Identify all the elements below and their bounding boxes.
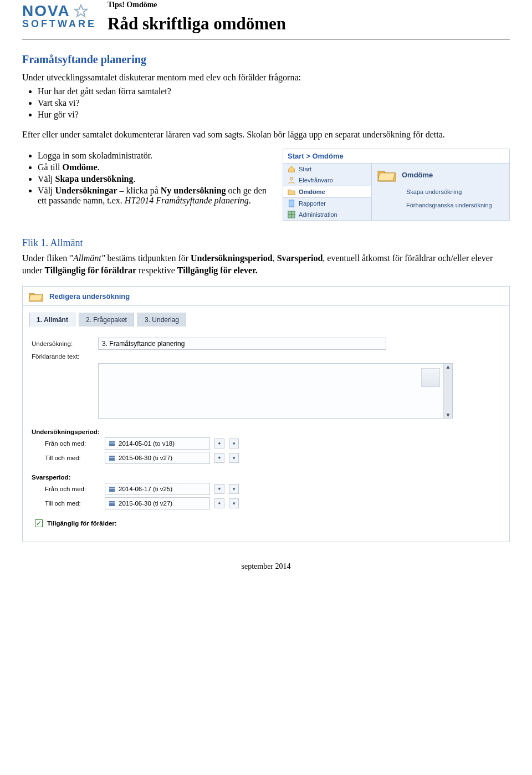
date-up-to[interactable]: 2015-06-30 (ti v27) <box>105 452 210 464</box>
label-till: Till och med: <box>45 500 100 507</box>
svg-rect-6 <box>109 441 115 446</box>
page-footer: september 2014 <box>22 562 510 571</box>
document-icon <box>288 200 295 207</box>
label-forklarande-text: Förklarande text: <box>32 353 93 360</box>
nav-administration[interactable]: Administration <box>283 209 371 220</box>
list-item: Logga in som skoladministratör. <box>38 151 268 161</box>
form-panel-screenshot: Redigera undersökning 1. Allmänt 2. Fråg… <box>22 286 510 542</box>
date-up-from[interactable]: 2014-05-01 (to v18) <box>105 437 210 450</box>
divider <box>22 39 510 40</box>
list-item: Hur gör vi? <box>38 110 510 120</box>
svg-marker-0 <box>75 5 87 17</box>
nav-panel-screenshot: Start > Omdöme Start Elevfrånvaro Omdöme <box>283 149 510 221</box>
label-till: Till och med: <box>45 455 100 461</box>
checkbox-tillganglig-foralder[interactable]: ✓ <box>35 519 43 527</box>
input-undersokning[interactable] <box>98 338 386 350</box>
steps-list: Logga in som skoladministratör. Gå till … <box>38 151 268 206</box>
toolbar-widget-icon[interactable] <box>421 368 440 387</box>
nav-elevfranvaro[interactable]: Elevfrånvaro <box>283 175 371 186</box>
flik1-heading: Flik 1. Allmänt <box>22 237 510 249</box>
side-nav: Start Elevfrånvaro Omdöme Rapporter <box>283 164 372 220</box>
calendar-icon <box>109 455 115 461</box>
nav-omdome[interactable]: Omdöme <box>283 186 371 198</box>
date-sp-from[interactable]: 2014-06-17 (ti v25) <box>105 483 210 495</box>
list-item: Gå till Omdöme. <box>38 162 268 172</box>
person-icon <box>288 176 295 184</box>
date-sp-to[interactable]: 2015-06-30 (ti v27) <box>105 497 210 509</box>
panel-title: Redigera undersökning <box>49 292 130 300</box>
label-undersokning: Undersökning: <box>32 340 93 347</box>
dropdown-button[interactable]: ▾ <box>229 439 239 448</box>
logo-nova-text: NOVA <box>22 3 70 19</box>
question-list: Hur har det gått sedan förra samtalet? V… <box>38 86 510 120</box>
nudge-button[interactable]: ✦ <box>214 484 224 494</box>
dropdown-button[interactable]: ▾ <box>229 453 239 463</box>
page-header: NOVA SOFTWARE Tips! Omdöme Råd skriftlig… <box>22 0 510 34</box>
nudge-button[interactable]: ✦ <box>214 453 224 463</box>
tab-fragepaket[interactable]: 2. Frågepaket <box>79 313 134 327</box>
dropdown-button[interactable]: ▾ <box>229 484 239 494</box>
svg-rect-8 <box>109 456 115 461</box>
scrollbar[interactable]: ▲▼ <box>443 364 452 418</box>
grid-icon <box>288 211 295 218</box>
link-forhandsgranska[interactable]: Förhandsgranska undersökning <box>402 199 504 212</box>
intro-paragraph-2: Efter eller under samtalet dokumenterar … <box>22 129 510 141</box>
calendar-icon <box>109 500 115 507</box>
panel-title: Omdöme <box>402 171 433 179</box>
intro-paragraph: Under utvecklingssamtalet diskuterar men… <box>22 72 510 84</box>
home-icon <box>288 165 295 173</box>
page-title: Råd skriftliga omdömen <box>108 14 286 34</box>
nudge-button[interactable]: ✦ <box>214 439 224 448</box>
label-fran: Från och med: <box>45 440 100 447</box>
tab-underlag[interactable]: 3. Underlag <box>137 313 186 327</box>
folder-icon <box>288 188 295 196</box>
tab-bar: 1. Allmänt 2. Frågepaket 3. Underlag <box>23 306 509 327</box>
tips-label: Tips! Omdöme <box>108 0 286 11</box>
tab-allmant[interactable]: 1. Allmänt <box>29 313 75 327</box>
logo: NOVA SOFTWARE <box>22 0 96 29</box>
open-folder-icon <box>28 290 44 302</box>
nav-rapporter[interactable]: Rapporter <box>283 198 371 209</box>
list-item: Välj Undersökningar – klicka på Ny under… <box>38 186 268 206</box>
svg-point-1 <box>290 177 293 180</box>
svg-rect-2 <box>289 200 294 207</box>
list-item: Vart ska vi? <box>38 98 510 108</box>
list-item: Välj Skapa undersökning. <box>38 174 268 184</box>
textarea-forklarande[interactable]: ▲▼ <box>98 363 453 419</box>
nudge-button[interactable]: ✦ <box>214 498 224 508</box>
label-svarsperiod: Svarsperiod: <box>32 474 500 481</box>
section-heading: Framåtsyftande planering <box>22 53 510 66</box>
flik1-paragraph: Under fliken "Allmänt" bestäms tidpunkte… <box>22 252 510 276</box>
nav-start[interactable]: Start <box>283 164 371 175</box>
dropdown-button[interactable]: ▾ <box>229 498 239 508</box>
label-fran: Från och med: <box>45 486 100 492</box>
breadcrumb: Start > Omdöme <box>283 149 509 164</box>
list-item: Hur har det gått sedan förra samtalet? <box>38 86 510 96</box>
open-folder-icon <box>377 167 396 182</box>
svg-rect-12 <box>109 501 115 506</box>
star-icon <box>74 4 88 18</box>
calendar-icon <box>109 486 115 492</box>
label-tillganglig-foralder: Tillgänglig för förälder: <box>47 520 117 527</box>
logo-software-text: SOFTWARE <box>22 19 96 29</box>
label-undersokningsperiod: Undersökningsperiod: <box>32 429 500 435</box>
link-skapa-undersokning[interactable]: Skapa undersökning <box>402 186 504 199</box>
calendar-icon <box>109 440 115 447</box>
svg-rect-10 <box>109 487 115 492</box>
